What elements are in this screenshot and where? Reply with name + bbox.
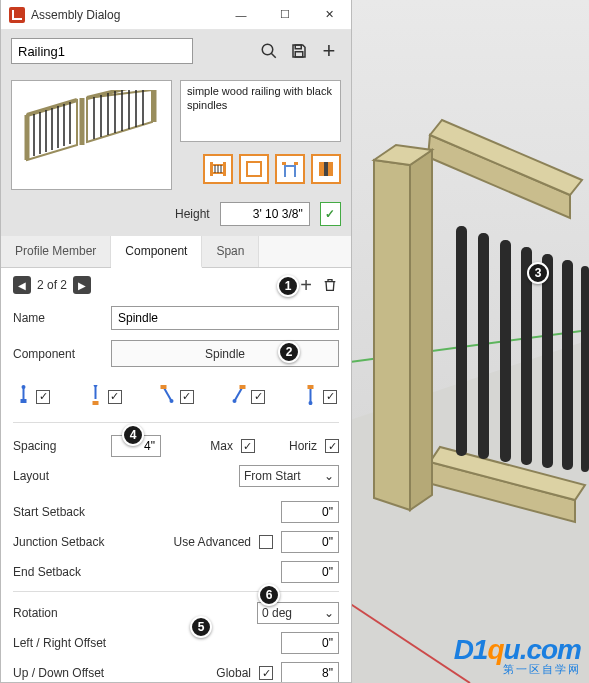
add-icon[interactable]: +	[317, 39, 341, 63]
preview-area: simple wood railing with black spindles	[1, 72, 351, 202]
svg-rect-50	[247, 162, 261, 176]
svg-rect-14	[542, 254, 553, 468]
separator	[13, 591, 339, 592]
save-icon[interactable]	[287, 39, 311, 63]
anchor-below-checkbox[interactable]	[108, 390, 122, 404]
pager-prev-button[interactable]: ◀	[13, 276, 31, 294]
svg-line-18	[271, 53, 276, 58]
anchor-bottom-icon	[15, 385, 32, 408]
start-setback-input[interactable]	[281, 501, 339, 523]
svg-marker-7	[374, 160, 410, 510]
layout-select[interactable]: From Start	[239, 465, 339, 487]
component-select-button[interactable]: Spindle	[111, 340, 339, 367]
global-checkbox[interactable]	[259, 666, 273, 680]
titlebar: Assembly Dialog — ☐ ✕	[1, 0, 351, 30]
tab-component[interactable]: Component	[111, 236, 202, 268]
spacing-label: Spacing	[13, 439, 103, 453]
header-row: +	[1, 30, 351, 72]
svg-point-72	[309, 401, 313, 405]
description-box[interactable]: simple wood railing with black spindles	[180, 80, 341, 142]
ud-offset-label: Up / Down Offset	[13, 666, 133, 680]
use-advanced-checkbox[interactable]	[259, 535, 273, 549]
assembly-name-input[interactable]	[11, 38, 193, 64]
callout-4: 4	[122, 424, 144, 446]
app-icon	[9, 7, 25, 23]
svg-rect-16	[581, 266, 589, 472]
component-label: Component	[13, 347, 103, 361]
svg-line-64	[163, 387, 171, 401]
anchor-diag-left-icon	[159, 385, 176, 408]
svg-rect-68	[240, 385, 246, 389]
height-label: Height	[175, 207, 210, 221]
use-advanced-label: Use Advanced	[174, 535, 251, 549]
lr-offset-input[interactable]	[281, 632, 339, 654]
tabs: Profile Member Component Span	[1, 236, 351, 268]
svg-point-63	[93, 385, 97, 387]
callout-2: 2	[278, 341, 300, 363]
svg-rect-59	[21, 399, 27, 403]
ud-offset-input[interactable]	[281, 662, 339, 682]
pager-text: 2 of 2	[37, 278, 67, 292]
svg-rect-52	[294, 162, 298, 165]
dialog-body: ◀ 2 of 2 ▶ + Name Component Spindle	[1, 268, 351, 682]
end-setback-input[interactable]	[281, 561, 339, 583]
minimize-button[interactable]: —	[219, 0, 263, 30]
tab-span[interactable]: Span	[202, 236, 259, 267]
anchor-options	[13, 377, 339, 423]
anchor-diag-left-checkbox[interactable]	[180, 390, 194, 404]
pager-next-button[interactable]: ▶	[73, 276, 91, 294]
callout-5: 5	[190, 616, 212, 638]
type-path-icon[interactable]	[311, 154, 341, 184]
svg-rect-20	[295, 52, 303, 57]
anchor-diag-right-checkbox[interactable]	[251, 390, 265, 404]
anchor-top-icon	[302, 385, 319, 408]
anchor-diag-right-icon	[230, 385, 247, 408]
svg-point-17	[262, 44, 273, 55]
end-setback-label: End Setback	[13, 565, 143, 579]
window-title: Assembly Dialog	[31, 8, 219, 22]
tab-profile-member[interactable]: Profile Member	[1, 236, 111, 267]
svg-rect-11	[478, 233, 489, 459]
callout-1: 1	[277, 275, 299, 297]
lr-offset-label: Left / Right Offset	[13, 636, 143, 650]
horiz-checkbox[interactable]	[325, 439, 339, 453]
max-checkbox[interactable]	[241, 439, 255, 453]
apply-height-button[interactable]: ✓	[320, 202, 341, 226]
svg-point-66	[169, 399, 173, 403]
search-icon[interactable]	[257, 39, 281, 63]
type-fence-icon[interactable]	[203, 154, 233, 184]
svg-rect-54	[284, 165, 286, 177]
svg-rect-57	[324, 162, 328, 176]
svg-rect-62	[92, 401, 98, 405]
anchor-top-checkbox[interactable]	[323, 390, 337, 404]
name-input[interactable]	[111, 306, 339, 330]
maximize-button[interactable]: ☐	[263, 0, 307, 30]
rotation-label: Rotation	[13, 606, 103, 620]
svg-rect-51	[282, 162, 286, 165]
horiz-label: Horiz	[289, 439, 317, 453]
svg-rect-71	[308, 385, 314, 389]
delete-component-button[interactable]	[321, 276, 339, 294]
preview-thumbnail[interactable]	[11, 80, 172, 190]
assembly-dialog: Assembly Dialog — ☐ ✕ +	[0, 0, 352, 683]
anchor-bottom-checkbox[interactable]	[36, 390, 50, 404]
name-label: Name	[13, 311, 103, 325]
junction-setback-input[interactable]	[281, 531, 339, 553]
svg-point-60	[22, 385, 26, 389]
svg-rect-12	[500, 240, 511, 462]
start-setback-label: Start Setback	[13, 505, 143, 519]
type-wall-icon[interactable]	[239, 154, 269, 184]
close-button[interactable]: ✕	[307, 0, 351, 30]
type-frame-icon[interactable]	[275, 154, 305, 184]
svg-rect-10	[456, 226, 467, 456]
callout-3: 3	[527, 262, 549, 284]
svg-marker-8	[410, 150, 432, 510]
layout-label: Layout	[13, 469, 103, 483]
svg-rect-15	[562, 260, 573, 470]
anchor-below-icon	[87, 385, 104, 408]
max-label: Max	[210, 439, 233, 453]
svg-rect-55	[294, 165, 296, 177]
add-component-button[interactable]: +	[297, 276, 315, 294]
svg-rect-65	[160, 385, 166, 389]
height-input[interactable]	[220, 202, 310, 226]
